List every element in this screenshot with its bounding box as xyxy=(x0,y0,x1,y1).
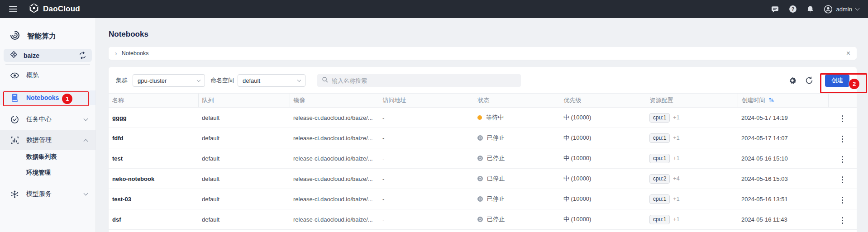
resource-tag: cpu:1 xyxy=(649,194,670,204)
help-icon[interactable]: ? xyxy=(788,5,797,14)
namespace-label: 命名空间 xyxy=(210,76,234,85)
cell-queue: default xyxy=(198,128,290,148)
row-actions-menu-icon[interactable] xyxy=(839,215,846,226)
resource-tag: cpu:1 xyxy=(649,215,670,224)
hamburger-menu-icon[interactable] xyxy=(9,6,17,12)
status-text: 已停止 xyxy=(487,195,505,203)
breadcrumb-chevron-icon[interactable]: › xyxy=(115,50,117,57)
cell-name[interactable]: gggg xyxy=(109,108,198,128)
cell-image: release-ci.daocloud.io/baize/... xyxy=(290,148,379,169)
resource-extra-count[interactable]: +1 xyxy=(673,135,679,141)
annotation-badge-1: 1 xyxy=(62,94,72,104)
sidebar-item-data-management[interactable]: 数据管理 xyxy=(0,130,95,150)
breadcrumb-item[interactable]: Notebooks xyxy=(122,50,149,57)
cell-status: 已停止 xyxy=(474,148,560,169)
cell-name[interactable]: test-03 xyxy=(109,189,198,209)
notification-bell-icon[interactable] xyxy=(806,5,815,14)
sidebar-subitem-dataset-list[interactable]: 数据集列表 xyxy=(0,150,95,164)
brand-name: DaoCloud xyxy=(43,5,80,14)
table-body: gggg default release-ci.daocloud.io/baiz… xyxy=(109,108,857,230)
resource-tag: cpu:1 xyxy=(649,154,670,163)
resource-extra-count[interactable]: +1 xyxy=(673,196,679,202)
notebook-icon xyxy=(10,94,19,102)
refresh-icon[interactable] xyxy=(805,76,814,85)
cell-name[interactable]: test xyxy=(109,148,198,169)
cell-name[interactable]: fdfd xyxy=(109,128,198,148)
cell-address: - xyxy=(379,128,474,148)
row-actions-menu-icon[interactable] xyxy=(839,175,846,185)
cell-actions xyxy=(828,128,857,148)
namespace-select[interactable]: default xyxy=(238,74,305,87)
status-icon xyxy=(477,115,482,120)
resource-extra-count[interactable]: +4 xyxy=(673,175,679,182)
cluster-select[interactable]: gpu-cluster xyxy=(133,74,205,87)
resource-extra-count[interactable]: +1 xyxy=(673,114,679,121)
resource-extra-count[interactable]: +1 xyxy=(673,216,679,223)
row-actions-menu-icon[interactable] xyxy=(839,195,846,205)
status-text: 已停止 xyxy=(487,154,505,162)
table-row[interactable]: neko-notebook default release-ci.daoclou… xyxy=(109,169,857,189)
user-menu[interactable]: admin xyxy=(824,5,859,14)
table-row[interactable]: dsf default release-ci.daocloud.io/baize… xyxy=(109,209,857,230)
cell-created-time: 2024-05-17 14:19 xyxy=(738,108,828,128)
row-actions-menu-icon[interactable] xyxy=(839,114,846,124)
cell-status: 已停止 xyxy=(474,128,560,148)
user-name: admin xyxy=(836,6,852,13)
sidebar-item-notebooks[interactable]: Notebooks xyxy=(0,90,95,105)
settings-gear-icon[interactable] xyxy=(788,76,797,85)
table-row[interactable]: test default release-ci.daocloud.io/baiz… xyxy=(109,148,857,169)
status-text: 等待中 xyxy=(486,114,504,122)
row-actions-menu-icon[interactable] xyxy=(839,154,846,165)
chevron-down-icon xyxy=(197,78,200,82)
cell-address: - xyxy=(379,189,474,209)
daocloud-cube-icon xyxy=(29,3,39,15)
row-actions-menu-icon[interactable] xyxy=(839,134,846,144)
model-service-icon xyxy=(10,190,19,199)
cell-queue: default xyxy=(198,108,290,128)
workspace-name: baize xyxy=(24,52,39,59)
table-header-row: 名称队列镜像访问地址状态优先级资源配置创建时间 xyxy=(109,94,857,108)
cell-actions xyxy=(828,209,857,230)
close-icon[interactable]: × xyxy=(846,50,850,57)
column-header: 名称 xyxy=(109,94,198,108)
status-icon xyxy=(477,135,483,141)
namespace-value: default xyxy=(243,77,260,84)
sidebar-divider xyxy=(5,64,90,65)
resource-extra-count[interactable]: +1 xyxy=(673,155,679,161)
workspace-selector[interactable]: baize xyxy=(4,49,92,62)
page-title: Notebooks xyxy=(109,30,857,39)
sidebar-item-label: 数据管理 xyxy=(26,136,52,144)
brand-logo[interactable]: DaoCloud xyxy=(29,3,80,15)
status-text: 已停止 xyxy=(487,215,505,223)
switch-workspace-icon[interactable] xyxy=(79,52,86,59)
filter-toolbar: 集群 gpu-cluster 命名空间 default xyxy=(109,74,857,87)
main-content: Notebooks › Notebooks × 集群 gpu-cluster 命… xyxy=(96,18,868,232)
cell-priority: 中 (10000) xyxy=(560,169,646,189)
cell-image: release-ci.daocloud.io/baize/... xyxy=(290,128,379,148)
cell-status: 已停止 xyxy=(474,209,560,230)
sidebar-item-overview[interactable]: 概览 xyxy=(0,69,95,82)
resource-tag: cpu:2 xyxy=(649,174,670,184)
chevron-down-icon xyxy=(84,191,88,196)
sidebar-item-label: Notebooks xyxy=(26,94,59,101)
cell-actions xyxy=(828,189,857,209)
column-header xyxy=(828,94,857,108)
sort-ascending-icon[interactable] xyxy=(768,97,775,104)
breadcrumb: › Notebooks × xyxy=(109,47,857,60)
message-icon[interactable] xyxy=(771,5,780,14)
status-text: 已停止 xyxy=(487,175,505,183)
table-row[interactable]: fdfd default release-ci.daocloud.io/baiz… xyxy=(109,128,857,148)
cell-name[interactable]: dsf xyxy=(109,209,198,230)
create-button[interactable]: 创建 xyxy=(825,75,849,87)
search-input[interactable] xyxy=(332,77,516,84)
sidebar-item-task-center[interactable]: 任务中心 xyxy=(0,112,95,127)
sidebar-item-model-service[interactable]: 模型服务 xyxy=(0,187,95,201)
sidebar-section-header: 智能算力 xyxy=(0,30,95,43)
sidebar-item-label: 模型服务 xyxy=(26,190,52,198)
cell-created-time: 2024-05-16 13:51 xyxy=(738,189,828,209)
sidebar-subitem-env-management[interactable]: 环境管理 xyxy=(0,166,95,180)
table-row[interactable]: test-03 default release-ci.daocloud.io/b… xyxy=(109,189,857,209)
column-header[interactable]: 创建时间 xyxy=(738,94,828,108)
table-row[interactable]: gggg default release-ci.daocloud.io/baiz… xyxy=(109,108,857,128)
cell-name[interactable]: neko-notebook xyxy=(109,169,198,189)
